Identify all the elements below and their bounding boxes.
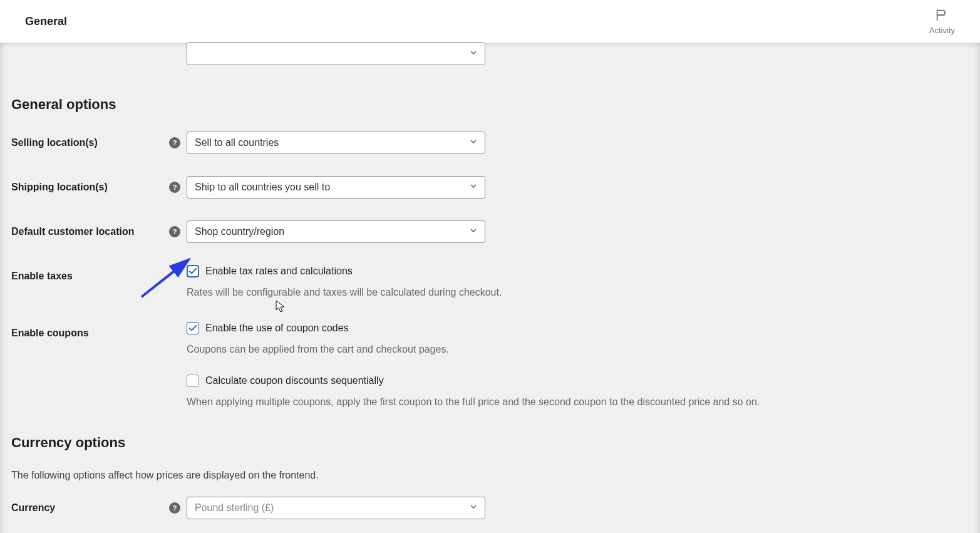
currency-label: Currency [11,502,55,514]
activity-button[interactable]: Activity [929,8,955,35]
currency-select[interactable]: Pound sterling (£) [187,497,485,519]
selling-locations-select[interactable]: Sell to all countries [187,132,485,154]
select-value: Shop country/region [195,226,284,237]
row-currency: Currency ? Pound sterling (£) [11,497,969,519]
row-default-customer-location: Default customer location ? Shop country… [11,220,969,243]
calculate-sequentially-label: Calculate coupon discounts sequentially [205,375,384,386]
row-shipping-locations: Shipping location(s) ? Ship to all count… [11,176,969,199]
page-title: General [25,15,67,28]
partial-select-above[interactable] [187,42,485,65]
selling-locations-label: Selling location(s) [11,137,98,148]
activity-label: Activity [929,26,955,35]
help-icon[interactable]: ? [169,502,180,514]
select-value: Pound sterling (£) [195,502,274,514]
default-customer-location-select[interactable]: Shop country/region [187,220,485,243]
shipping-locations-label: Shipping location(s) [11,182,108,193]
enable-coupons-label: Enable coupons [11,328,89,339]
general-options-heading: General options [11,96,969,113]
default-customer-location-label: Default customer location [11,226,134,237]
enable-coupons-desc1: Coupons can be applied from the cart and… [187,342,969,357]
enable-coupon-codes-label: Enable the use of coupon codes [205,323,349,334]
help-icon[interactable]: ? [169,137,180,148]
enable-taxes-desc: Rates will be configurable and taxes wil… [187,285,969,300]
chevron-down-icon [468,502,478,514]
enable-taxes-checkbox[interactable] [187,265,199,277]
currency-options-desc: The following options affect how prices … [11,470,969,481]
help-icon[interactable]: ? [169,182,180,193]
shipping-locations-select[interactable]: Ship to all countries you sell to [187,176,485,199]
chevron-down-icon [468,225,478,238]
currency-options-heading: Currency options [11,435,969,451]
flag-icon [935,8,949,24]
help-icon[interactable]: ? [169,226,180,237]
enable-taxes-label: Enable taxes [11,271,73,282]
row-selling-locations: Selling location(s) ? Sell to all countr… [11,132,969,154]
topbar: General Activity [0,0,980,43]
select-value: Sell to all countries [195,137,279,148]
row-enable-coupons: Enable coupons Enable the use of coupon … [11,322,969,410]
enable-coupon-codes-checkbox[interactable] [187,322,199,334]
enable-coupons-desc2: When applying multiple coupons, apply th… [187,395,969,410]
cursor-icon [276,300,287,314]
chevron-down-icon [468,137,478,149]
chevron-down-icon [468,181,478,194]
chevron-down-icon [468,48,478,60]
select-value: Ship to all countries you sell to [195,182,330,193]
calculate-sequentially-checkbox[interactable] [187,375,199,387]
row-enable-taxes: Enable taxes Enable tax rates and calcul… [11,265,969,300]
enable-taxes-checkbox-label: Enable tax rates and calculations [205,266,353,277]
